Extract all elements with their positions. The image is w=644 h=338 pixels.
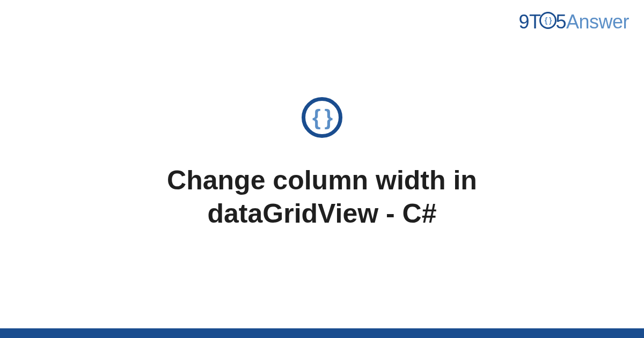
bottom-accent-bar <box>0 328 644 338</box>
code-braces-icon: { } <box>302 97 342 138</box>
page-title: Change column width in dataGridView - C# <box>80 164 564 231</box>
braces-glyph-icon: { } <box>312 107 332 128</box>
main-content: { } Change column width in dataGridView … <box>0 0 644 338</box>
